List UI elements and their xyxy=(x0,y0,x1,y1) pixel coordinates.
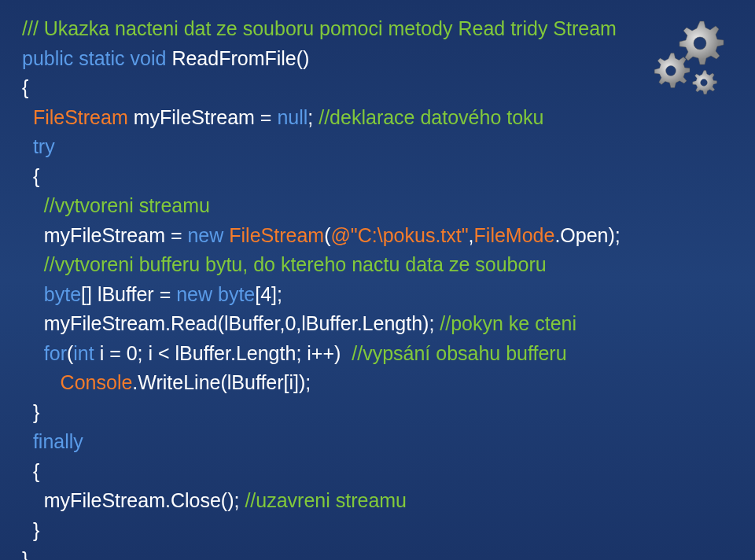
method-name: ReadFromFile xyxy=(171,47,296,69)
string: @"C:\pokus.txt" xyxy=(330,224,468,246)
keyword: try xyxy=(22,135,55,157)
brace: } xyxy=(22,519,39,541)
code-block: /// Ukazka nacteni dat ze souboru pomoci… xyxy=(22,14,733,560)
keyword: public static void xyxy=(22,47,171,69)
text: i = 0; i < lBuffer.Length; i++) xyxy=(100,342,347,364)
brace: } xyxy=(22,548,28,560)
comment: //pokyn ke cteni xyxy=(440,312,576,334)
keyword: new byte xyxy=(176,283,255,305)
brace: { xyxy=(22,460,39,482)
text: .WriteLine(lBuffer[i]); xyxy=(132,371,311,393)
comment: //uzavreni streamu xyxy=(245,489,407,511)
type: FileStream xyxy=(229,224,324,246)
keyword: null xyxy=(277,106,308,128)
text: myFileStream = xyxy=(134,106,278,128)
svg-point-0 xyxy=(694,37,706,50)
keyword: new xyxy=(187,224,229,246)
keyword: int xyxy=(73,342,99,364)
comment: //vytvoreni bufferu bytu, do ktereho nac… xyxy=(22,253,547,275)
text: , xyxy=(469,224,474,246)
text: () xyxy=(296,47,310,69)
svg-point-1 xyxy=(666,66,676,76)
text: [] lBuffer = xyxy=(81,283,176,305)
text: ; xyxy=(308,106,319,128)
text: [4]; xyxy=(255,283,282,305)
text: myFileStream = xyxy=(22,224,187,246)
comment: /// Ukazka nacteni dat ze souboru pomoci… xyxy=(22,17,617,39)
text: .Open); xyxy=(554,224,620,246)
comment: //vypsání obsahu bufferu xyxy=(346,342,566,364)
text: myFileStream.Read(lBuffer,0,lBuffer.Leng… xyxy=(22,312,440,334)
svg-point-2 xyxy=(701,79,708,87)
keyword: finally xyxy=(22,430,83,452)
brace: } xyxy=(22,401,39,423)
comment: //vytvoreni streamu xyxy=(22,194,210,216)
keyword: byte xyxy=(22,283,81,305)
gears-icon xyxy=(645,16,731,102)
keyword: for xyxy=(22,342,67,364)
comment: //deklarace datového toku xyxy=(319,106,543,128)
brace: { xyxy=(22,165,39,187)
text: myFileStream.Close(); xyxy=(22,489,245,511)
type: Console xyxy=(22,371,132,393)
type: FileStream xyxy=(22,106,134,128)
brace: { xyxy=(22,76,28,98)
type: FileMode xyxy=(474,224,555,246)
